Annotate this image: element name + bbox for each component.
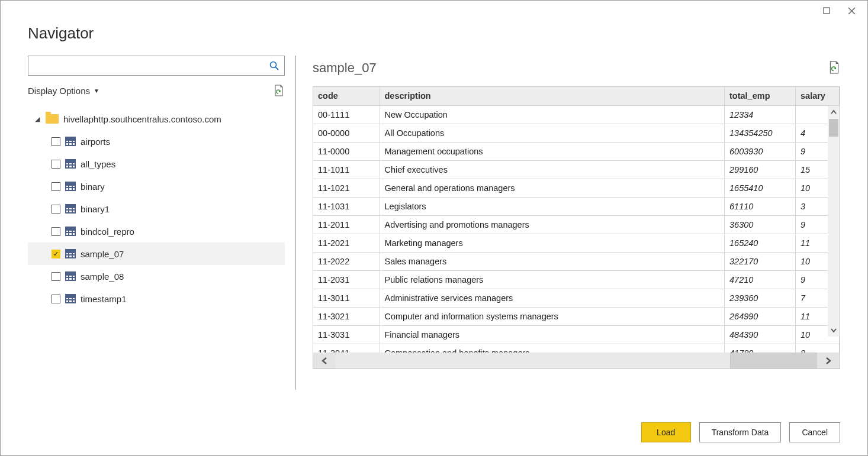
scroll-up-icon[interactable] — [828, 106, 840, 119]
tree-item[interactable]: sample_08 — [28, 265, 285, 287]
tree-item[interactable]: ✓sample_07 — [28, 242, 285, 265]
select-related-tables-button[interactable] — [273, 85, 285, 96]
vertical-scrollbar[interactable] — [828, 106, 840, 337]
refresh-preview-button[interactable] — [828, 61, 840, 76]
table-cell: 12334 — [725, 105, 796, 124]
tree-item-label: bindcol_repro — [81, 227, 134, 237]
column-header[interactable]: code — [313, 87, 380, 105]
pane-divider[interactable] — [295, 56, 296, 390]
window-close-button[interactable] — [839, 2, 864, 19]
load-button[interactable]: Load — [641, 422, 691, 442]
tree-item[interactable]: binary — [28, 175, 285, 198]
table-icon — [65, 137, 76, 146]
chevron-down-icon: ▼ — [94, 88, 99, 94]
tree-root-label: hivellaphttp.southcentralus.contoso.com — [63, 114, 221, 124]
column-header[interactable]: salary — [796, 87, 840, 105]
tree-item-label: all_types — [81, 159, 115, 169]
table-row[interactable]: 00-0000All Occupations1343542504 — [313, 124, 840, 142]
table-icon — [65, 249, 76, 258]
tree-item-checkbox[interactable] — [52, 295, 60, 303]
table-row[interactable]: 00-1111New Occupation12334 — [313, 105, 840, 124]
scroll-left-icon[interactable] — [313, 352, 336, 368]
tree-item-checkbox[interactable] — [52, 272, 60, 281]
tree-item[interactable]: timestamp1 — [28, 287, 285, 310]
table-row[interactable]: 11-2031Public relations managers472109 — [313, 270, 840, 289]
display-options-label: Display Options — [28, 86, 90, 96]
dialog-header: Navigator — [1, 21, 867, 56]
scroll-thumb[interactable] — [829, 119, 838, 137]
transform-data-button[interactable]: Transform Data — [699, 422, 782, 442]
tree-item-checkbox[interactable] — [52, 227, 60, 236]
table-cell: 1655410 — [725, 179, 796, 197]
table-cell: Chief executives — [380, 160, 725, 179]
cancel-button[interactable]: Cancel — [789, 422, 840, 442]
table-cell: 11-2021 — [313, 234, 380, 252]
tree-item[interactable]: airports — [28, 130, 285, 153]
table-icon — [65, 159, 76, 169]
navigator-tree: ◢ hivellaphttp.southcentralus.contoso.co… — [28, 108, 285, 310]
tree-item-checkbox[interactable] — [52, 160, 60, 169]
table-cell: 11-3031 — [313, 325, 380, 344]
tree-root-node[interactable]: ◢ hivellaphttp.southcentralus.contoso.co… — [28, 108, 285, 130]
dialog-footer: Load Transform Data Cancel — [1, 409, 867, 455]
search-icon[interactable] — [264, 61, 284, 70]
tree-item-label: sample_07 — [81, 249, 124, 259]
page-refresh-icon — [274, 85, 284, 96]
caret-down-icon[interactable]: ◢ — [34, 115, 41, 123]
tree-item[interactable]: all_types — [28, 153, 285, 175]
tree-item-checkbox[interactable] — [52, 205, 60, 214]
table-cell: 165240 — [725, 234, 796, 252]
table-row[interactable]: 11-2011Advertising and promotions manage… — [313, 215, 840, 234]
display-options-dropdown[interactable]: Display Options ▼ — [28, 86, 99, 96]
table-cell: 6003930 — [725, 142, 796, 160]
table-row[interactable]: 11-1021General and operations managers16… — [313, 179, 840, 197]
table-cell: Advertising and promotions managers — [380, 215, 725, 234]
horizontal-scrollbar[interactable] — [313, 352, 840, 368]
table-row[interactable]: 11-3021Computer and information systems … — [313, 307, 840, 325]
table-cell: 11-2022 — [313, 252, 380, 270]
preview-title: sample_07 — [313, 60, 377, 76]
table-cell: Marketing managers — [380, 234, 725, 252]
tree-item-label: airports — [81, 137, 110, 147]
svg-rect-0 — [824, 8, 830, 14]
table-cell: 11-1011 — [313, 160, 380, 179]
table-cell: 00-0000 — [313, 124, 380, 142]
scroll-thumb[interactable] — [336, 352, 731, 368]
table-row[interactable]: 11-3031Financial managers48439010 — [313, 325, 840, 344]
window-restore-button[interactable] — [814, 2, 839, 19]
navigator-dialog: Navigator Display Options ▼ — [0, 0, 868, 456]
table-row[interactable]: 11-2021Marketing managers16524011 — [313, 234, 840, 252]
table-cell: 00-1111 — [313, 105, 380, 124]
title-bar — [1, 1, 867, 21]
table-cell: Legislators — [380, 197, 725, 215]
column-header[interactable]: description — [380, 87, 725, 105]
table-icon — [65, 182, 76, 191]
table-row[interactable]: 11-1011Chief executives29916015 — [313, 160, 840, 179]
search-input[interactable] — [28, 56, 264, 75]
tree-item[interactable]: bindcol_repro — [28, 220, 285, 242]
table-row[interactable]: 11-1031Legislators611103 — [313, 197, 840, 215]
close-icon — [848, 7, 856, 15]
svg-line-4 — [275, 67, 278, 70]
column-header[interactable]: total_emp — [725, 87, 796, 105]
scroll-down-icon[interactable] — [828, 324, 840, 337]
table-cell: Financial managers — [380, 325, 725, 344]
scroll-right-icon[interactable] — [817, 352, 840, 368]
tree-item-label: sample_08 — [81, 271, 124, 282]
table-cell: Sales managers — [380, 252, 725, 270]
table-row[interactable]: 11-3011Administrative services managers2… — [313, 289, 840, 307]
table-cell: 11-2031 — [313, 270, 380, 289]
table-cell: Compensation and benefits managers — [380, 344, 725, 352]
table-cell: 61110 — [725, 197, 796, 215]
scroll-track[interactable] — [336, 352, 817, 368]
tree-item-checkbox[interactable] — [52, 137, 60, 146]
tree-item[interactable]: binary1 — [28, 198, 285, 220]
table-cell: 264990 — [725, 307, 796, 325]
table-cell: 11-1021 — [313, 179, 380, 197]
tree-item-checkbox[interactable] — [52, 182, 60, 191]
table-row[interactable]: 11-2022Sales managers32217010 — [313, 252, 840, 270]
tree-item-label: binary1 — [81, 204, 110, 214]
tree-item-checkbox[interactable]: ✓ — [52, 250, 60, 258]
table-row[interactable]: 11-3041Compensation and benefits manager… — [313, 344, 840, 352]
table-row[interactable]: 11-0000Management occupations60039309 — [313, 142, 840, 160]
